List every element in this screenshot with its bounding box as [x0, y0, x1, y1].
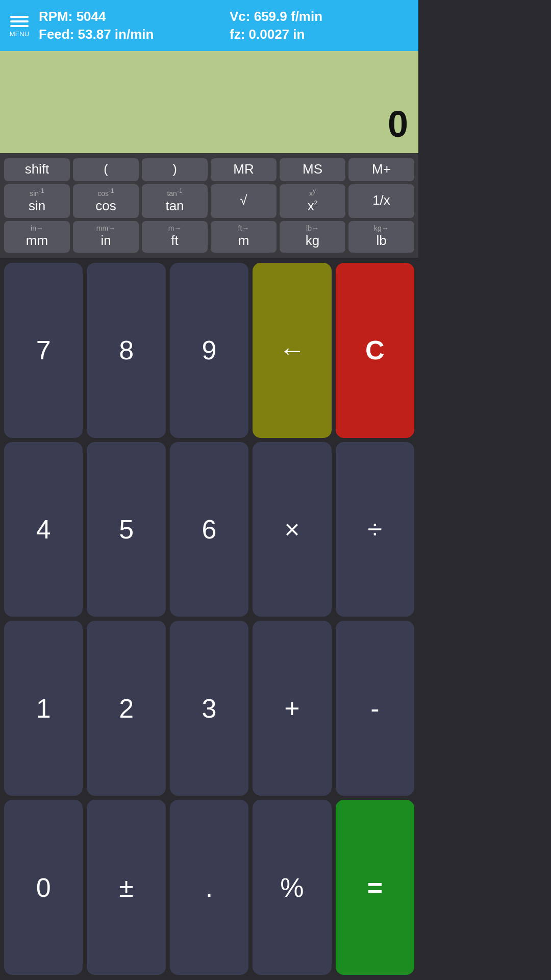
sci-btn-main-shift: shift: [25, 161, 49, 177]
sci-btn-main-reciprocal: 1/x: [372, 192, 390, 208]
key-btn-dot[interactable]: .: [170, 800, 248, 975]
sci-row-2: sin-1sincos-1costan-1tan√xyx21/x: [4, 184, 414, 218]
key-btn-9[interactable]: 9: [170, 263, 248, 438]
sci-btn-sqrt[interactable]: √: [211, 184, 277, 218]
sci-btn-cos[interactable]: cos-1cos: [73, 184, 139, 218]
key-btn-8[interactable]: 8: [87, 263, 165, 438]
sci-btn-sub-tan: tan-1: [167, 187, 182, 198]
key-btn-clear[interactable]: C: [336, 263, 414, 438]
key-btn-divide[interactable]: ÷: [336, 442, 414, 617]
key-btn-0[interactable]: 0: [4, 800, 83, 975]
sci-btn-sub-in: mm→: [96, 224, 115, 233]
sci-btn-sub-m: ft→: [238, 224, 249, 233]
sci-btn-mm[interactable]: in→mm: [4, 221, 70, 253]
sci-btn-shift[interactable]: shift: [4, 158, 70, 181]
sci-btn-main-sqrt: √: [240, 192, 247, 208]
sci-btn-tan[interactable]: tan-1tan: [142, 184, 208, 218]
key-btn-5[interactable]: 5: [87, 442, 165, 617]
key-row-3: 0±.%=: [4, 800, 414, 975]
sci-btn-m[interactable]: ft→m: [211, 221, 277, 253]
sci-btn-main-sin: sin: [29, 198, 45, 214]
key-row-0: 789←C: [4, 263, 414, 438]
sci-btn-sub-cos: cos-1: [97, 187, 114, 198]
sci-btn-main-mr: MR: [233, 161, 254, 177]
sci-btn-kg[interactable]: lb→kg: [280, 221, 345, 253]
sci-btn-sub-mm: in→: [31, 224, 43, 233]
key-btn-7[interactable]: 7: [4, 263, 83, 438]
sci-btn-main-ft: ft: [171, 233, 178, 249]
scientific-area: shift()MRMSM+ sin-1sincos-1costan-1tan√x…: [0, 153, 418, 258]
key-btn-add[interactable]: +: [253, 621, 331, 796]
key-row-1: 456×÷: [4, 442, 414, 617]
sci-btn-open-paren[interactable]: (: [73, 158, 139, 181]
sci-btn-in[interactable]: mm→in: [73, 221, 139, 253]
sci-btn-main-close-paren: ): [172, 161, 177, 177]
header-stats: RPM: 5044 Vc: 659.9 f/min Feed: 53.87 in…: [39, 9, 410, 42]
sci-btn-ft[interactable]: m→ft: [142, 221, 208, 253]
sci-btn-main-lb: lb: [376, 233, 386, 249]
sci-btn-mr[interactable]: MR: [211, 158, 277, 181]
key-btn-percent[interactable]: %: [253, 800, 331, 975]
sci-btn-close-paren[interactable]: ): [142, 158, 208, 181]
menu-label: MENU: [10, 30, 29, 38]
sci-btn-sub-sin: sin-1: [30, 187, 44, 198]
display-screen: 0: [0, 51, 418, 153]
key-btn-4[interactable]: 4: [4, 442, 83, 617]
sci-btn-main-open-paren: (: [104, 161, 108, 177]
vc-stat: Vc: 659.9 f/min: [230, 9, 410, 24]
sci-btn-main-xsq: x2: [308, 198, 318, 214]
sci-btn-lb[interactable]: kg→lb: [348, 221, 414, 253]
key-btn-1[interactable]: 1: [4, 621, 83, 796]
fz-stat: fz: 0.0027 in: [230, 27, 410, 42]
key-btn-2[interactable]: 2: [87, 621, 165, 796]
sci-btn-sub-lb: kg→: [374, 224, 389, 233]
display-value: 0: [388, 103, 408, 145]
key-btn-multiply[interactable]: ×: [253, 442, 331, 617]
sci-btn-main-kg: kg: [306, 233, 319, 249]
sci-btn-main-mplus: M+: [372, 161, 391, 177]
sci-btn-main-tan: tan: [165, 198, 184, 214]
sci-btn-main-ms: MS: [303, 161, 322, 177]
sci-btn-mplus[interactable]: M+: [348, 158, 414, 181]
sci-btn-main-in: in: [101, 233, 111, 249]
sci-btn-main-m: m: [238, 233, 249, 249]
menu-button[interactable]: MENU: [8, 14, 31, 38]
sci-btn-ms[interactable]: MS: [280, 158, 345, 181]
header: MENU RPM: 5044 Vc: 659.9 f/min Feed: 53.…: [0, 0, 418, 51]
feed-stat: Feed: 53.87 in/min: [39, 27, 219, 42]
key-btn-6[interactable]: 6: [170, 442, 248, 617]
sci-btn-xsq[interactable]: xyx2: [280, 184, 345, 218]
sci-btn-sub-xsq: xy: [309, 187, 316, 198]
key-btn-plusminus[interactable]: ±: [87, 800, 165, 975]
sci-btn-reciprocal[interactable]: 1/x: [348, 184, 414, 218]
key-btn-backspace[interactable]: ←: [253, 263, 331, 438]
keypad: 789←C456×÷123+-0±.%=: [0, 258, 418, 980]
menu-icon: [8, 14, 31, 29]
sci-btn-main-cos: cos: [95, 198, 116, 214]
sci-btn-sin[interactable]: sin-1sin: [4, 184, 70, 218]
sci-row-3: in→mmmm→inm→ftft→mlb→kgkg→lb: [4, 221, 414, 253]
rpm-stat: RPM: 5044: [39, 9, 219, 24]
key-row-2: 123+-: [4, 621, 414, 796]
sci-row-1: shift()MRMSM+: [4, 158, 414, 181]
sci-btn-sub-kg: lb→: [306, 224, 319, 233]
sci-btn-sub-ft: m→: [168, 224, 182, 233]
key-btn-equals[interactable]: =: [336, 800, 414, 975]
sci-btn-main-mm: mm: [26, 233, 48, 249]
key-btn-subtract[interactable]: -: [336, 621, 414, 796]
key-btn-3[interactable]: 3: [170, 621, 248, 796]
